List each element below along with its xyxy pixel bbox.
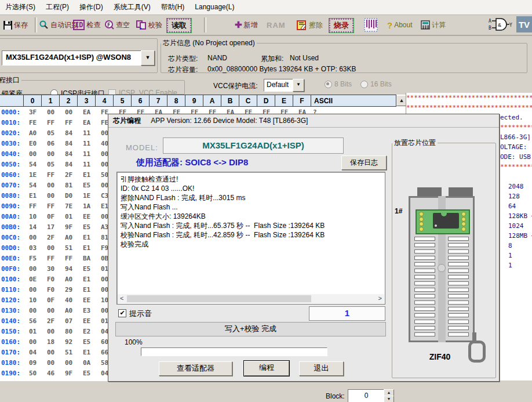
calc-button[interactable]: 计算 [421, 17, 446, 32]
hex-byte-cell[interactable]: E1 [78, 171, 96, 179]
hex-byte-cell[interactable]: 2F [60, 171, 78, 179]
save-button[interactable]: 保存 [3, 17, 28, 32]
hex-byte-cell[interactable]: 09 [24, 359, 42, 367]
hex-byte-cell[interactable]: F5 [24, 255, 42, 262]
hex-byte-cell[interactable]: EA [78, 108, 96, 116]
hex-byte-cell[interactable]: 00 [24, 307, 42, 314]
hex-byte-cell[interactable]: 00 [42, 244, 60, 252]
hex-byte-cell[interactable]: 46 [42, 370, 60, 377]
hex-byte-cell[interactable]: 1A [78, 202, 96, 210]
vcc-select[interactable]: Default [264, 79, 296, 92]
hex-byte-cell[interactable]: EE [78, 317, 96, 325]
menu-item[interactable]: 工程(P) [41, 0, 74, 14]
hex-byte-cell[interactable]: F0 [42, 286, 60, 294]
hex-byte-cell[interactable]: 1E [78, 192, 96, 200]
hex-byte-cell[interactable]: 84 [60, 129, 78, 137]
hex-byte-cell[interactable]: EE [78, 296, 96, 304]
hex-byte-cell[interactable]: 11 [78, 129, 96, 137]
hex-byte-cell[interactable]: 94 [60, 265, 78, 273]
vcc-dropdown-button[interactable]: ▼ [293, 79, 304, 92]
hex-byte-cell[interactable]: 3F [24, 108, 42, 116]
check-button[interactable]: ID 检查 [73, 17, 100, 32]
hex-byte-cell[interactable]: E2 [78, 328, 96, 335]
chip-select-dropdown-button[interactable]: ▼ [141, 50, 155, 66]
hex-byte-cell[interactable]: 0F [42, 296, 60, 304]
beep-checkbox[interactable]: ✔ [118, 309, 126, 317]
view-adapter-button[interactable]: 查看适配器 [159, 361, 232, 376]
chip-select-value[interactable]: MX35LF1G24AD(x1+ISP) @WSON8 [2, 50, 143, 66]
hex-byte-cell[interactable]: FF [60, 255, 78, 262]
pin-detect-button[interactable] [364, 17, 378, 32]
menu-item[interactable]: 片选择(S) [0, 0, 41, 14]
hex-byte-cell[interactable]: 00 [24, 150, 42, 158]
hex-byte-cell[interactable]: 2F [42, 234, 60, 241]
hex-byte-cell[interactable]: 05 [42, 129, 60, 137]
hex-byte-cell[interactable]: 30 [42, 265, 60, 273]
menu-item[interactable]: Language(L) [190, 0, 239, 14]
hex-byte-cell[interactable]: 9F [60, 370, 78, 377]
hex-byte-cell[interactable]: 01 [24, 328, 42, 335]
menu-item[interactable]: 系统工具(V) [108, 0, 156, 14]
hex-byte-cell[interactable]: 0F [42, 213, 60, 220]
program-button[interactable]: 编程 [244, 361, 289, 376]
hex-byte-cell[interactable]: E1 [78, 244, 96, 252]
hex-byte-cell[interactable]: A0 [60, 234, 78, 241]
hex-byte-cell[interactable]: BA [78, 255, 96, 262]
read-button[interactable]: 读取 [167, 19, 191, 32]
hex-byte-cell[interactable]: 54 [24, 182, 42, 189]
hex-byte-cell[interactable]: 51 [60, 244, 78, 252]
hex-byte-cell[interactable]: A0 [60, 307, 78, 314]
hex-byte-cell[interactable]: 29 [60, 286, 78, 294]
hex-byte-cell[interactable]: FE [24, 119, 42, 126]
hex-byte-cell[interactable]: E5 [78, 223, 96, 231]
hex-byte-cell[interactable]: E1 [78, 276, 96, 283]
hex-byte-cell[interactable]: D0 [60, 192, 78, 200]
hex-byte-cell[interactable]: 2F [42, 317, 60, 325]
hex-byte-cell[interactable]: E3 [78, 307, 96, 314]
hex-byte-cell[interactable]: E1 [24, 192, 42, 200]
hex-byte-cell[interactable]: 00 [42, 150, 60, 158]
hex-byte-cell[interactable]: 01 [60, 213, 78, 220]
hex-byte-cell[interactable]: 06 [42, 140, 60, 147]
hex-byte-cell[interactable]: 00 [60, 108, 78, 116]
erase-button[interactable]: 擦除 [297, 17, 323, 32]
add-button[interactable]: ✚ 新增 [235, 17, 258, 32]
hex-byte-cell[interactable]: 00 [24, 286, 42, 294]
hex-byte-cell[interactable]: 04 [24, 349, 42, 356]
hex-byte-cell[interactable]: 07 [60, 317, 78, 325]
about-button[interactable]: ? About [387, 17, 413, 32]
hex-byte-cell[interactable]: 00 [60, 359, 78, 367]
hex-byte-cell[interactable]: E5 [78, 182, 96, 189]
hex-byte-cell[interactable]: E0 [24, 140, 42, 147]
hex-byte-cell[interactable]: 11 [78, 161, 96, 168]
hex-byte-cell[interactable]: 80 [60, 328, 78, 335]
hex-byte-cell[interactable]: 00 [24, 338, 42, 346]
blank-check-button[interactable]: F 查空 [104, 17, 130, 32]
log-hscroll-right[interactable]: > [378, 295, 382, 302]
hex-byte-cell[interactable]: E1 [78, 234, 96, 241]
hex-byte-cell[interactable]: E1 [78, 349, 96, 356]
hex-byte-cell[interactable]: FF [42, 255, 60, 262]
hex-byte-cell[interactable]: 92 [60, 338, 78, 346]
hex-byte-cell[interactable]: 54 [24, 161, 42, 168]
tv-button[interactable]: TV [516, 16, 532, 32]
logic-gate-button[interactable]: AB&Y [489, 17, 513, 32]
hex-byte-cell[interactable]: 84 [60, 150, 78, 158]
menu-item[interactable]: 帮助(H) [156, 0, 190, 14]
log-hscroll-thumb[interactable] [127, 295, 311, 302]
hex-byte-cell[interactable]: 7E [60, 202, 78, 210]
hex-byte-cell[interactable]: 84 [60, 140, 78, 147]
hex-byte-cell[interactable]: 00 [42, 108, 60, 116]
hex-byte-cell[interactable]: 18 [42, 338, 60, 346]
hex-byte-cell[interactable]: 0A [78, 359, 96, 367]
hex-byte-cell[interactable]: 00 [42, 192, 60, 200]
hex-byte-cell[interactable]: 00 [42, 182, 60, 189]
hex-byte-cell[interactable]: 56 [24, 317, 42, 325]
block-spinner-down[interactable]: ▼ [384, 396, 394, 402]
hex-byte-cell[interactable]: 00 [42, 359, 60, 367]
hex-byte-cell[interactable]: 00 [42, 307, 60, 314]
hex-byte-cell[interactable]: FF [42, 202, 60, 210]
hex-byte-cell[interactable]: EE [78, 213, 96, 220]
burn-button[interactable]: 烧录 [329, 19, 354, 32]
exit-button[interactable]: 退出 [299, 361, 344, 376]
